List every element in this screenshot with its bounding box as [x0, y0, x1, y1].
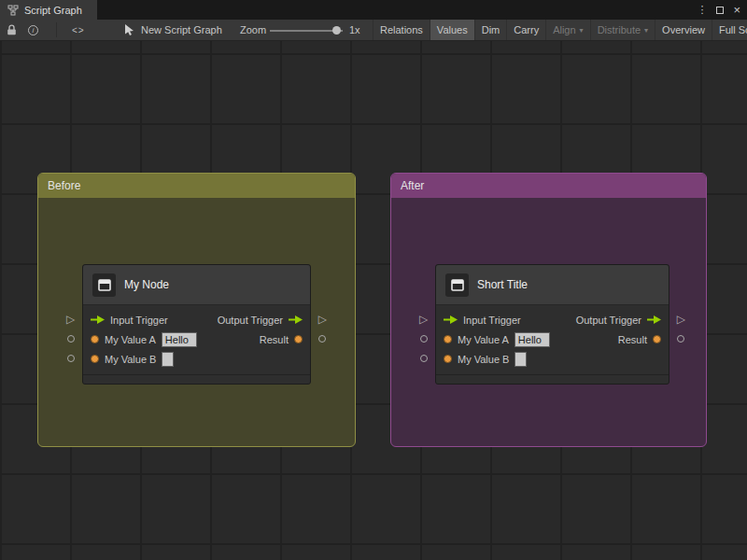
group-title: Before [48, 179, 80, 192]
external-trigger-in-port[interactable]: ▷ [66, 314, 75, 325]
lock-icon[interactable] [7, 20, 17, 40]
port-row: My Value B [83, 349, 310, 369]
external-value-port[interactable] [420, 335, 428, 343]
value-port-icon[interactable] [91, 355, 99, 363]
node-ports: Input Trigger Output Trigger My Value A … [436, 305, 669, 369]
port-label: Output Trigger [218, 315, 283, 326]
node-footer [83, 374, 310, 384]
zoom-slider-knob[interactable] [332, 26, 341, 35]
align-button[interactable]: Align ▾ [545, 20, 589, 40]
node-header[interactable]: My Node [83, 265, 310, 305]
group-header[interactable]: Before [38, 174, 355, 198]
unit-icon [92, 273, 116, 297]
window-controls: ⋮ × [697, 0, 740, 20]
tab-title: Script Graph [24, 5, 82, 16]
chevron-down-icon: ▾ [580, 26, 584, 35]
value-b-input[interactable] [162, 352, 174, 367]
dim-button[interactable]: Dim [474, 20, 507, 40]
port-row: My Value B [436, 349, 669, 369]
port-label: My Value B [458, 354, 509, 365]
overview-button[interactable]: Overview [655, 20, 712, 40]
code-icon[interactable]: <> [72, 20, 85, 40]
trigger-in-icon[interactable] [91, 315, 105, 324]
value-a-input[interactable] [162, 332, 197, 347]
unit-icon [445, 273, 469, 297]
graph-canvas[interactable]: Before After My Node Input [0, 41, 747, 560]
external-result-port[interactable] [318, 335, 326, 343]
carry-button[interactable]: Carry [506, 20, 545, 40]
value-port-icon[interactable] [294, 335, 303, 343]
value-port-icon[interactable] [91, 335, 99, 343]
trigger-in-icon[interactable] [444, 315, 458, 324]
node-footer [436, 374, 669, 384]
graph-toolbar: i <> New Script Graph Zoom 1x Relations … [0, 20, 747, 41]
external-trigger-out-port[interactable]: ▷ [677, 314, 685, 325]
node-ports: Input Trigger Output Trigger My Value A … [83, 305, 310, 369]
group-title: After [401, 179, 424, 192]
node-my-node[interactable]: My Node Input Trigger Output Trigger [82, 264, 311, 385]
value-b-input[interactable] [514, 352, 527, 367]
fullscreen-button[interactable]: Full Screen [712, 20, 747, 40]
node-title: Short Title [477, 278, 528, 291]
trigger-out-icon[interactable] [647, 315, 661, 324]
port-label: My Value A [105, 334, 156, 345]
align-label: Align [553, 24, 575, 35]
relations-button[interactable]: Relations [373, 20, 430, 40]
port-label: Input Trigger [110, 315, 168, 326]
tab-bar: Script Graph ⋮ × [0, 0, 747, 20]
external-result-port[interactable] [677, 335, 684, 343]
port-label: Result [260, 334, 289, 345]
value-a-input[interactable] [514, 332, 550, 347]
external-value-port[interactable] [67, 355, 75, 362]
port-row: My Value A Result [436, 329, 669, 349]
script-graph-icon [7, 5, 19, 16]
external-trigger-out-port[interactable]: ▷ [318, 314, 327, 325]
node-title: My Node [124, 278, 169, 291]
node-header[interactable]: Short Title [436, 265, 669, 305]
tab-script-graph[interactable]: Script Graph [0, 0, 97, 20]
zoom-label: Zoom [240, 20, 266, 40]
trigger-out-icon[interactable] [289, 315, 303, 324]
toolbar-buttons: Relations Values Dim Carry Align ▾ Distr… [373, 20, 747, 40]
port-row: Input Trigger Output Trigger [83, 310, 310, 329]
value-port-icon[interactable] [444, 335, 452, 343]
zoom-value: 1x [349, 20, 360, 40]
info-glyph: i [28, 25, 38, 35]
maximize-icon[interactable] [716, 7, 724, 14]
distribute-label: Distribute [598, 24, 641, 35]
port-label: Input Trigger [463, 315, 521, 326]
group-header[interactable]: After [391, 174, 706, 198]
kebab-menu-icon[interactable]: ⋮ [697, 5, 707, 15]
node-short-title[interactable]: Short Title Input Trigger Output Trigger [435, 264, 669, 385]
value-port-icon[interactable] [444, 355, 452, 363]
port-label: My Value A [458, 334, 509, 345]
value-port-icon[interactable] [653, 335, 661, 343]
port-label: My Value B [105, 354, 156, 365]
port-row: Input Trigger Output Trigger [436, 310, 669, 329]
distribute-button[interactable]: Distribute ▾ [590, 20, 655, 40]
port-row: My Value A Result [83, 329, 310, 349]
port-label: Output Trigger [576, 315, 641, 326]
port-label: Result [618, 334, 647, 345]
info-icon[interactable]: i [28, 20, 38, 40]
external-value-port[interactable] [67, 335, 75, 343]
values-button[interactable]: Values [430, 20, 474, 40]
external-trigger-in-port[interactable]: ▷ [419, 314, 428, 325]
close-icon[interactable]: × [733, 4, 740, 16]
graph-cursor-icon [124, 20, 134, 40]
chevron-down-icon: ▾ [644, 26, 648, 35]
graph-name[interactable]: New Script Graph [141, 20, 222, 40]
toolbar-separator [56, 22, 57, 37]
external-value-port[interactable] [420, 355, 428, 362]
